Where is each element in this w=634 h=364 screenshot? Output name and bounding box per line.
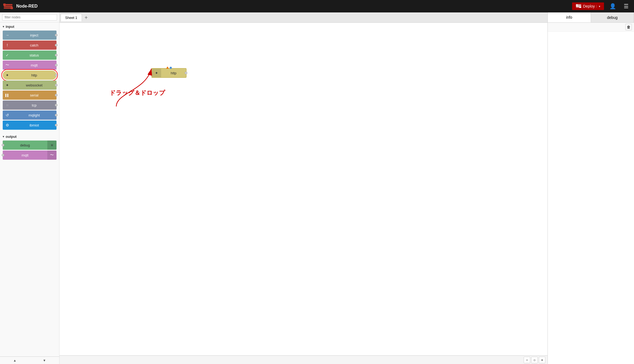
svg-rect-1 — [4, 6, 12, 7]
indicator-dot — [170, 67, 172, 69]
node-debug-out[interactable]: debug ≡ — [3, 141, 57, 150]
svg-rect-4 — [11, 7, 13, 9]
debug-out-port-left — [2, 144, 4, 146]
deploy-button[interactable]: Deploy ▾ — [572, 2, 604, 10]
sidebar-scroll-down[interactable]: ▼ — [30, 357, 59, 364]
zoom-reset-button[interactable]: ○ — [531, 357, 538, 363]
canvas[interactable]: ✦ http ドラッグ＆ドロップ — [59, 23, 547, 355]
node-ibmiot-in[interactable]: ⚙ ibmiot — [3, 121, 57, 130]
zoom-plus-button[interactable]: + — [539, 357, 545, 363]
main-layout: ▾ input → inject ! catch ✓ status 〜 mqtt — [0, 12, 634, 364]
canvas-area: Sheet 1 + ✦ http — [59, 12, 547, 364]
node-mqtt-in[interactable]: 〜 mqtt — [3, 61, 57, 70]
right-panel-tab-info[interactable]: info — [548, 12, 591, 22]
canvas-bottom-toolbar: − ○ + — [59, 355, 547, 364]
ibmiot-in-port-right — [55, 124, 58, 126]
catch-port-right — [55, 44, 58, 46]
debug-out-icon: ≡ — [47, 141, 57, 150]
right-panel-tabs: info debug — [548, 12, 634, 23]
right-panel: info debug 🗑 — [547, 12, 634, 364]
canvas-node-indicator — [166, 66, 172, 69]
deploy-dropdown-arrow[interactable]: ▾ — [596, 5, 600, 8]
right-panel-clear-button[interactable]: 🗑 — [625, 24, 632, 30]
mqlight-in-icon: ↺ — [3, 111, 12, 120]
mqtt-in-port-right — [55, 64, 58, 66]
websocket-in-icon: ✦ — [3, 81, 12, 90]
catch-icon: ! — [3, 41, 12, 50]
sidebar: ▾ input → inject ! catch ✓ status 〜 mqtt — [0, 12, 59, 364]
section-header-input[interactable]: ▾ input — [0, 22, 59, 30]
tcp-in-port-right — [55, 104, 58, 106]
canvas-node-http-label: http — [161, 71, 186, 75]
menu-icon[interactable]: ☰ — [622, 2, 631, 11]
section-header-output[interactable]: ▾ output — [0, 132, 59, 140]
chevron-input: ▾ — [3, 25, 4, 28]
drag-annotation-text: ドラッグ＆ドロップ — [109, 89, 165, 97]
node-tcp-in[interactable]: ∷ tcp — [3, 101, 57, 110]
status-icon: ✓ — [3, 51, 12, 60]
deploy-icon — [576, 4, 581, 8]
right-panel-toolbar: 🗑 — [548, 23, 634, 32]
svg-rect-3 — [3, 4, 6, 6]
app-title: Node-RED — [16, 4, 569, 9]
node-websocket-in[interactable]: ✦ websocket — [3, 81, 57, 90]
filter-input[interactable] — [2, 14, 57, 21]
node-catch[interactable]: ! catch — [3, 41, 57, 50]
mqlight-in-port-right — [55, 114, 58, 116]
canvas-tabs: Sheet 1 + — [59, 12, 547, 23]
http-in-port-right — [55, 74, 58, 76]
mqtt-out-port-left — [2, 154, 4, 156]
tcp-in-icon: ∷ — [3, 101, 12, 110]
mqtt-in-icon: 〜 — [3, 61, 12, 70]
canvas-tab-sheet1[interactable]: Sheet 1 — [61, 14, 82, 21]
nodes-list: ▾ input → inject ! catch ✓ status 〜 mqtt — [0, 22, 59, 356]
sidebar-bottom: ▲ ▼ — [0, 356, 59, 364]
status-port-right — [55, 54, 58, 56]
svg-rect-8 — [579, 6, 581, 8]
node-serial-in[interactable]: ▌▌ serial — [3, 91, 57, 100]
node-status[interactable]: ✓ status — [3, 51, 57, 60]
ibmiot-in-icon: ⚙ — [3, 121, 12, 130]
inject-icon: → — [3, 31, 12, 40]
chevron-output: ▾ — [3, 135, 4, 138]
mqtt-out-icon: 〜 — [47, 151, 57, 160]
indicator-triangle — [166, 66, 169, 69]
canvas-node-http[interactable]: ✦ http — [151, 68, 187, 78]
svg-rect-7 — [576, 4, 578, 6]
node-mqlight-in[interactable]: ↺ mqlight — [3, 111, 57, 120]
drag-arrow — [87, 55, 168, 115]
http-in-icon: ✦ — [3, 71, 12, 80]
serial-in-icon: ▌▌ — [3, 91, 12, 100]
logo — [3, 3, 13, 9]
user-icon[interactable]: 👤 — [607, 2, 618, 11]
node-mqtt-out[interactable]: mqtt 〜 — [3, 151, 57, 160]
right-panel-tab-debug[interactable]: debug — [591, 12, 634, 22]
zoom-minus-button[interactable]: − — [524, 357, 530, 363]
canvas-node-http-port-right — [185, 72, 187, 74]
sidebar-scroll-up[interactable]: ▲ — [0, 357, 30, 364]
websocket-in-port-right — [55, 84, 58, 86]
inject-port-right — [55, 34, 58, 36]
canvas-node-http-icon: ✦ — [152, 69, 161, 77]
node-inject[interactable]: → inject — [3, 31, 57, 40]
canvas-tab-add[interactable]: + — [82, 15, 90, 20]
filter-bar — [0, 12, 59, 22]
serial-in-port-right — [55, 94, 58, 96]
right-panel-content — [548, 32, 634, 364]
node-http-in[interactable]: ✦ http — [3, 71, 57, 80]
header: Node-RED Deploy ▾ 👤 ☰ — [0, 0, 634, 12]
